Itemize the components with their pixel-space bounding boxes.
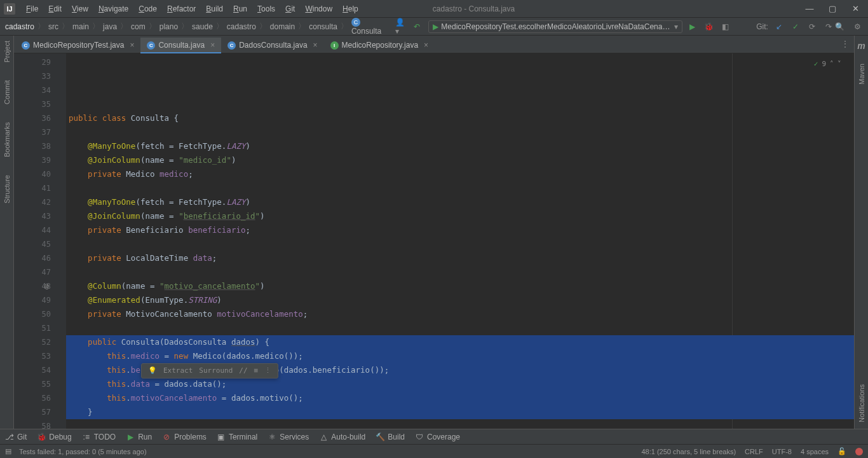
toolwindow-terminal[interactable]: ▣Terminal <box>217 433 257 441</box>
line-number[interactable]: 44 <box>14 223 51 237</box>
line-number[interactable]: 58 <box>14 419 51 429</box>
code-line[interactable]: public Consulta(DadosConsulta dados) { <box>66 335 854 349</box>
breadcrumb-item[interactable]: cadastro <box>224 22 259 31</box>
tab-close-icon[interactable]: × <box>424 41 428 50</box>
line-number[interactable]: 34 <box>14 83 51 97</box>
code-editor[interactable]: ✓ 9 ˄ ˅ public class Consulta { @ManyToO… <box>66 53 854 429</box>
settings-icon[interactable]: ⚙ <box>852 21 864 32</box>
line-number[interactable]: 55 <box>14 377 51 391</box>
code-line[interactable]: @JoinColumn(name = "medico_id") <box>66 153 854 167</box>
code-line[interactable]: private Beneficiario beneficiario; <box>66 223 854 237</box>
breadcrumb-item[interactable]: java <box>100 22 119 31</box>
tab-close-icon[interactable]: × <box>130 41 134 50</box>
git-history-icon[interactable]: ⟳ <box>806 21 818 32</box>
line-number[interactable]: 56 <box>14 391 51 405</box>
line-number[interactable]: 47 <box>14 265 51 279</box>
line-number[interactable]: 36 <box>14 111 51 125</box>
line-number[interactable]: 38 <box>14 139 51 153</box>
debug-button[interactable]: 🐞 <box>703 21 714 32</box>
editor-tab[interactable]: CMedicoRepositoryTest.java× <box>15 38 140 53</box>
inspection-indicator[interactable]: ✓ 9 ˄ ˅ <box>814 57 841 71</box>
toolwindow-debug[interactable]: 🐞Debug <box>37 433 71 441</box>
code-line[interactable]: private LocalDateTime data; <box>66 251 854 265</box>
line-number[interactable]: 52 <box>14 335 51 349</box>
tool-commit[interactable]: Commit <box>3 80 11 104</box>
breadcrumb-item[interactable]: saude <box>189 22 215 31</box>
error-indicator[interactable] <box>855 448 863 455</box>
line-number[interactable]: 46 <box>14 251 51 265</box>
editor-tab[interactable]: IMedicoRepository.java× <box>324 38 435 53</box>
line-number[interactable]: 57 <box>14 405 51 419</box>
breadcrumb-item[interactable]: CConsulta <box>349 17 384 36</box>
back-icon[interactable]: ↶ <box>412 22 422 32</box>
line-number[interactable]: 37 <box>14 125 51 139</box>
toolwindow-services[interactable]: ⚛Services <box>268 433 309 441</box>
git-rollback-icon[interactable]: ↷ <box>823 21 834 32</box>
indent-setting[interactable]: 4 spaces <box>801 448 829 455</box>
tool-notifications[interactable]: Notifications <box>858 384 865 422</box>
run-config-selector[interactable]: ▶ MedicoRepositoryTest.escolherMedicoAle… <box>428 20 682 33</box>
code-line[interactable]: @JoinColumn(name = "beneficiario_id") <box>66 209 854 223</box>
close-button[interactable]: ✕ <box>850 4 860 14</box>
git-commit-icon[interactable]: ✓ <box>790 21 801 32</box>
toolwindow-coverage[interactable]: 🛡Coverage <box>415 433 460 441</box>
tabs-menu-icon[interactable]: ⋮ <box>841 39 849 48</box>
toolwindow-auto-build[interactable]: △Auto-build <box>319 433 365 441</box>
breadcrumb-item[interactable]: consulta <box>306 22 340 31</box>
code-line[interactable]: @ManyToOne(fetch = FetchType.LAZY) <box>66 195 854 209</box>
code-line[interactable]: } <box>66 405 854 419</box>
code-line[interactable]: private MotivoCancelamento motivoCancela… <box>66 307 854 321</box>
menu-code[interactable]: Code <box>134 3 161 15</box>
menu-window[interactable]: Window <box>301 3 337 15</box>
menu-file[interactable]: File <box>22 3 43 15</box>
breadcrumb-item[interactable]: cadastro <box>3 22 37 31</box>
code-line[interactable]: this.data = dados.data(); <box>66 377 854 391</box>
code-line[interactable]: @Column(name = "motivo_cancelamento") <box>66 279 854 293</box>
coverage-button[interactable]: ◧ <box>719 21 731 32</box>
code-line[interactable] <box>66 125 854 139</box>
breadcrumb-item[interactable]: src <box>46 22 61 31</box>
tab-close-icon[interactable]: × <box>210 41 215 50</box>
breadcrumb-item[interactable]: main <box>70 22 92 31</box>
code-line[interactable]: public class Consulta { <box>66 111 854 125</box>
file-encoding[interactable]: UTF-8 <box>772 448 792 455</box>
line-number[interactable]: 53 <box>14 349 51 363</box>
toolwindow-build[interactable]: 🔨Build <box>376 433 405 441</box>
tool-window-icon[interactable]: ▤ <box>5 447 14 456</box>
toolwindow-git[interactable]: ⎇Git <box>5 433 27 441</box>
menu-edit[interactable]: Edit <box>44 3 66 15</box>
caret-position[interactable]: 48:1 (250 chars, 5 line breaks) <box>641 448 736 455</box>
menu-refactor[interactable]: Refactor <box>163 3 200 15</box>
git-update-icon[interactable]: ↙ <box>773 21 785 32</box>
maven-icon[interactable]: m <box>857 41 865 51</box>
popup-action[interactable]: Extract <box>163 364 193 378</box>
code-line[interactable]: @ManyToOne(fetch = FetchType.LAZY) <box>66 139 854 153</box>
code-line[interactable] <box>66 237 854 251</box>
code-line[interactable]: this.medico = new Medico(dados.medico())… <box>66 349 854 363</box>
run-button[interactable]: ▶ <box>686 21 698 32</box>
popup-action[interactable]: Surround <box>199 364 233 378</box>
tool-structure[interactable]: Structure <box>3 175 11 204</box>
editor-tab[interactable]: CDadosConsulta.java× <box>221 38 323 53</box>
more-icon[interactable]: ⋮ <box>264 364 271 378</box>
maximize-button[interactable]: ▢ <box>827 4 837 14</box>
minimize-button[interactable]: — <box>804 4 815 14</box>
tool-bookmarks[interactable]: Bookmarks <box>3 122 11 157</box>
line-number[interactable]: 43 <box>14 209 51 223</box>
code-line[interactable]: this.motivoCancelamento = dados.motivo()… <box>66 391 854 405</box>
gutter-annotation[interactable]: @ <box>44 279 49 293</box>
line-number[interactable]: 35 <box>14 97 51 111</box>
menu-build[interactable]: Build <box>201 3 227 15</box>
readonly-icon[interactable]: 🔓 <box>837 447 846 455</box>
line-number[interactable]: 29 <box>14 55 51 69</box>
line-separator[interactable]: CRLF <box>745 448 763 455</box>
up-icon[interactable]: ˄ <box>830 57 834 71</box>
line-number[interactable]: 45 <box>14 237 51 251</box>
menu-view[interactable]: View <box>67 3 93 15</box>
line-number[interactable]: 41 <box>14 181 51 195</box>
tool-project[interactable]: Project <box>3 41 11 62</box>
breadcrumb-item[interactable]: domain <box>268 22 297 31</box>
code-line[interactable] <box>66 419 854 429</box>
code-line[interactable] <box>66 265 854 279</box>
reformat-icon[interactable]: ≡ <box>254 364 259 378</box>
